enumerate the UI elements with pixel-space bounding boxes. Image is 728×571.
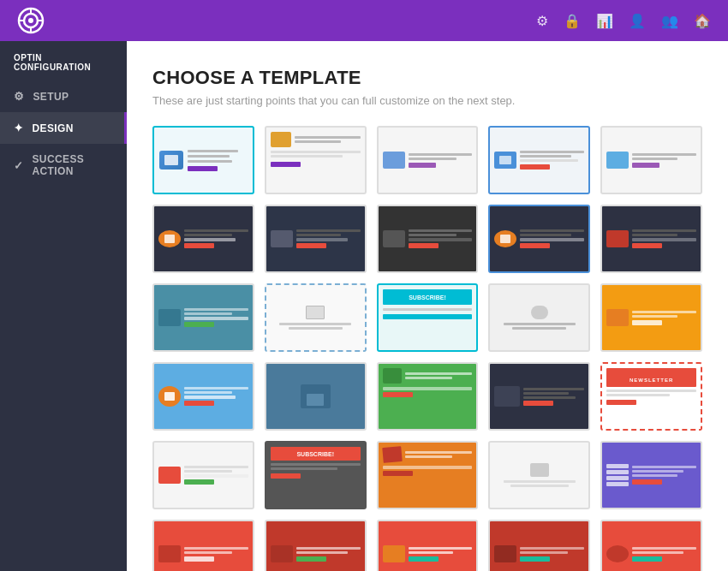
template-card-24[interactable] bbox=[488, 441, 590, 509]
template-card-19[interactable] bbox=[488, 362, 590, 431]
gear-small-icon: ⚙ bbox=[14, 90, 24, 103]
template-grid: SUBSCRIBE! bbox=[152, 126, 702, 571]
template-card-1[interactable] bbox=[152, 126, 254, 194]
template-card-28[interactable] bbox=[377, 520, 479, 571]
template-card-17[interactable] bbox=[265, 362, 367, 431]
header-icons: ⚙ 🔒 📊 👤 👥 🏠 bbox=[536, 13, 711, 29]
template-card-20[interactable]: NEWSLETTER bbox=[600, 362, 702, 431]
sidebar: OPTIN CONFIGURATION ⚙ SETUP ✦ DESIGN ✓ S… bbox=[0, 41, 127, 571]
template-card-10[interactable] bbox=[600, 205, 702, 273]
template-card-2[interactable] bbox=[265, 126, 367, 194]
template-card-5[interactable] bbox=[600, 126, 702, 194]
template-card-23[interactable] bbox=[377, 441, 479, 509]
template-card-3[interactable] bbox=[377, 126, 479, 194]
users-icon[interactable]: 👥 bbox=[661, 13, 678, 29]
template-card-30[interactable] bbox=[600, 520, 702, 571]
gear-icon[interactable]: ⚙ bbox=[536, 13, 548, 29]
check-icon: ✓ bbox=[14, 159, 23, 172]
content-area: CHOOSE A TEMPLATE These are just startin… bbox=[127, 41, 728, 571]
lock-icon[interactable]: 🔒 bbox=[564, 13, 581, 29]
template-card-18[interactable] bbox=[377, 362, 479, 431]
home-icon[interactable]: 🏠 bbox=[694, 13, 711, 29]
sidebar-item-setup[interactable]: ⚙ SETUP bbox=[0, 80, 127, 112]
chart-icon[interactable]: 📊 bbox=[596, 13, 613, 29]
template-card-16[interactable] bbox=[152, 362, 254, 431]
sidebar-section-label: OPTIN CONFIGURATION bbox=[0, 41, 127, 80]
template-card-21[interactable] bbox=[152, 441, 254, 509]
template-card-14[interactable] bbox=[488, 283, 590, 352]
template-card-26[interactable] bbox=[152, 520, 254, 571]
template-card-7[interactable] bbox=[265, 205, 367, 273]
sidebar-item-design-label: DESIGN bbox=[32, 122, 73, 134]
template-card-22[interactable]: SUBSCRIBE! bbox=[265, 441, 367, 509]
design-icon: ✦ bbox=[14, 122, 23, 134]
template-card-11[interactable] bbox=[152, 283, 254, 352]
template-card-15[interactable] bbox=[600, 283, 702, 352]
template-card-25[interactable] bbox=[600, 441, 702, 509]
template-card-13[interactable]: SUBSCRIBE! bbox=[377, 283, 479, 352]
template-card-29[interactable] bbox=[488, 520, 590, 571]
sidebar-item-success-label: SUCCESS ACTION bbox=[32, 153, 113, 177]
template-card-8[interactable] bbox=[377, 205, 479, 273]
template-card-4[interactable] bbox=[488, 126, 590, 194]
sidebar-item-design[interactable]: ✦ DESIGN bbox=[0, 112, 127, 144]
page-title: CHOOSE A TEMPLATE bbox=[152, 67, 702, 89]
template-card-27[interactable] bbox=[265, 520, 367, 571]
template-card-12[interactable] bbox=[265, 283, 367, 352]
sidebar-item-setup-label: SETUP bbox=[33, 91, 69, 103]
svg-point-2 bbox=[28, 18, 33, 23]
logo-area bbox=[17, 7, 45, 34]
user-icon[interactable]: 👤 bbox=[629, 13, 646, 29]
main-layout: OPTIN CONFIGURATION ⚙ SETUP ✦ DESIGN ✓ S… bbox=[0, 41, 728, 571]
template-card-6[interactable] bbox=[152, 205, 254, 273]
logo-icon bbox=[17, 7, 45, 34]
sidebar-item-success-action[interactable]: ✓ SUCCESS ACTION bbox=[0, 144, 127, 187]
top-header: ⚙ 🔒 📊 👤 👥 🏠 bbox=[0, 0, 728, 41]
page-subtitle: These are just starting points that you … bbox=[152, 94, 702, 107]
template-card-9[interactable] bbox=[488, 205, 590, 273]
